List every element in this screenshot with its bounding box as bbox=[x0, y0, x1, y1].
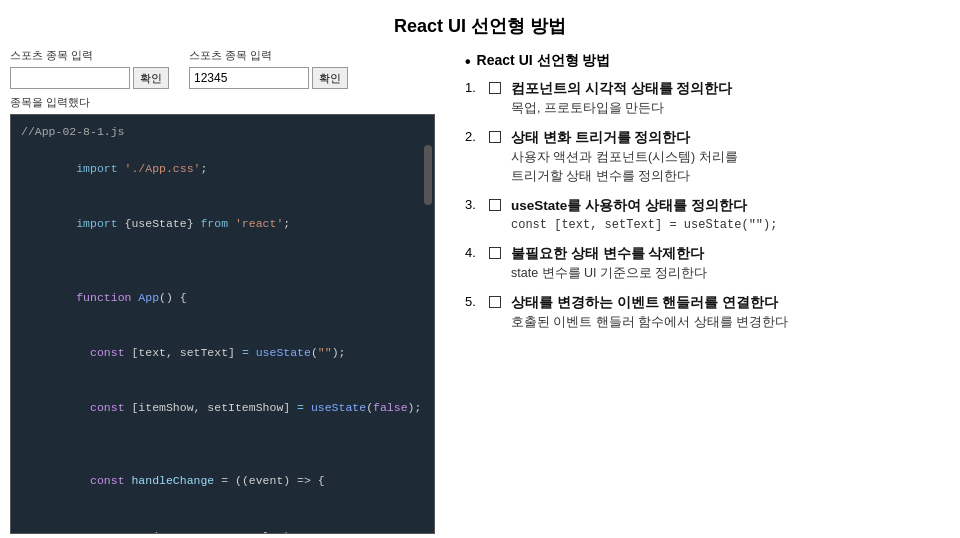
checkbox-icon bbox=[489, 131, 501, 143]
code-filename: //App-02-8-1.js bbox=[21, 123, 424, 141]
scrollbar[interactable] bbox=[424, 145, 432, 205]
input-with-btn-2: 확인 bbox=[189, 67, 348, 89]
checkbox-icon bbox=[489, 296, 501, 308]
item-sub-text: const [text, setText] = useState(""); bbox=[511, 216, 940, 234]
right-panel: • React UI 선언형 방법 1. 컴포넌트의 시각적 상태를 정의한다 … bbox=[445, 48, 960, 534]
item-sub-text: 호출된 이벤트 핸들러 함수에서 상태를 변경한다 bbox=[511, 313, 940, 332]
checkbox-icon bbox=[489, 247, 501, 259]
item-content: 상태를 변경하는 이벤트 핸들러를 연결한다 호출된 이벤트 핸들러 함수에서 … bbox=[511, 293, 940, 332]
code-line: const [text, setText] = useState(""); bbox=[21, 325, 424, 380]
item-num: 1. bbox=[465, 79, 483, 95]
list-item: 1. 컴포넌트의 시각적 상태를 정의한다 목업, 프로토타입을 만든다 bbox=[465, 79, 940, 118]
input-label-2: 스포츠 종목 입력 bbox=[189, 48, 348, 63]
list-item: 5. 상태를 변경하는 이벤트 핸들러를 연결한다 호출된 이벤트 핸들러 함수… bbox=[465, 293, 940, 332]
item-sub-text: 목업, 프로토타입을 만든다 bbox=[511, 99, 940, 118]
item-content: 컴포넌트의 시각적 상태를 정의한다 목업, 프로토타입을 만든다 bbox=[511, 79, 940, 118]
list-item: 4. 불필요한 상태 변수를 삭제한다 state 변수를 UI 기준으로 정리… bbox=[465, 244, 940, 283]
item-content: 상태 변화 트리거를 정의한다 사용자 액션과 컴포넌트(시스템) 처리를트리거… bbox=[511, 128, 940, 186]
item-sub-text: 사용자 액션과 컴포넌트(시스템) 처리를트리거할 상태 변수를 정의한다 bbox=[511, 148, 940, 186]
item-num: 5. bbox=[465, 293, 483, 309]
code-line bbox=[21, 252, 424, 270]
item-main-text: 불필요한 상태 변수를 삭제한다 bbox=[511, 244, 940, 264]
item-content: useState를 사용하여 상태를 정의한다 const [text, set… bbox=[511, 196, 940, 234]
checkbox-icon bbox=[489, 199, 501, 211]
sports-input-1[interactable] bbox=[10, 67, 130, 89]
input-group-1: 스포츠 종목 입력 확인 bbox=[10, 48, 169, 89]
page-title: React UI 선언형 방법 bbox=[0, 0, 960, 48]
code-line: setText(event.target.value); bbox=[21, 509, 424, 534]
bullet-dot: • bbox=[465, 52, 471, 71]
numbered-list: 1. 컴포넌트의 시각적 상태를 정의한다 목업, 프로토타입을 만든다 2. … bbox=[465, 79, 940, 332]
item-main-text: useState를 사용하여 상태를 정의한다 bbox=[511, 196, 940, 216]
code-line: const handleChange = ((event) => { bbox=[21, 454, 424, 509]
code-line: function App() { bbox=[21, 270, 424, 325]
list-item: 3. useState를 사용하여 상태를 정의한다 const [text, … bbox=[465, 196, 940, 234]
item-main-text: 상태 변화 트리거를 정의한다 bbox=[511, 128, 940, 148]
checkbox-icon bbox=[489, 82, 501, 94]
input-with-btn-1: 확인 bbox=[10, 67, 169, 89]
code-line bbox=[21, 436, 424, 454]
status-text: 종목을 입력했다 bbox=[10, 95, 435, 110]
left-panel: 스포츠 종목 입력 확인 스포츠 종목 입력 확인 종목을 입력했다 //App… bbox=[0, 48, 445, 534]
item-num: 3. bbox=[465, 196, 483, 212]
confirm-btn-1[interactable]: 확인 bbox=[133, 67, 169, 89]
item-main-text: 상태를 변경하는 이벤트 핸들러를 연결한다 bbox=[511, 293, 940, 313]
item-sub-text: state 변수를 UI 기준으로 정리한다 bbox=[511, 264, 940, 283]
item-num: 4. bbox=[465, 244, 483, 260]
code-editor[interactable]: //App-02-8-1.js import './App.css'; impo… bbox=[10, 114, 435, 534]
item-main-text: 컴포넌트의 시각적 상태를 정의한다 bbox=[511, 79, 940, 99]
confirm-btn-2[interactable]: 확인 bbox=[312, 67, 348, 89]
sports-input-2[interactable] bbox=[189, 67, 309, 89]
bullet-main: • React UI 선언형 방법 bbox=[465, 52, 940, 71]
list-item: 2. 상태 변화 트리거를 정의한다 사용자 액션과 컴포넌트(시스템) 처리를… bbox=[465, 128, 940, 186]
item-content: 불필요한 상태 변수를 삭제한다 state 변수를 UI 기준으로 정리한다 bbox=[511, 244, 940, 283]
input-row: 스포츠 종목 입력 확인 스포츠 종목 입력 확인 bbox=[10, 48, 435, 89]
code-line: import './App.css'; bbox=[21, 141, 424, 196]
right-title: React UI 선언형 방법 bbox=[477, 52, 611, 70]
input-group-2: 스포츠 종목 입력 확인 bbox=[189, 48, 348, 89]
code-line: import {useState} from 'react'; bbox=[21, 197, 424, 252]
item-num: 2. bbox=[465, 128, 483, 144]
input-label-1: 스포츠 종목 입력 bbox=[10, 48, 169, 63]
code-line: const [itemShow, setItemShow] = useState… bbox=[21, 380, 424, 435]
